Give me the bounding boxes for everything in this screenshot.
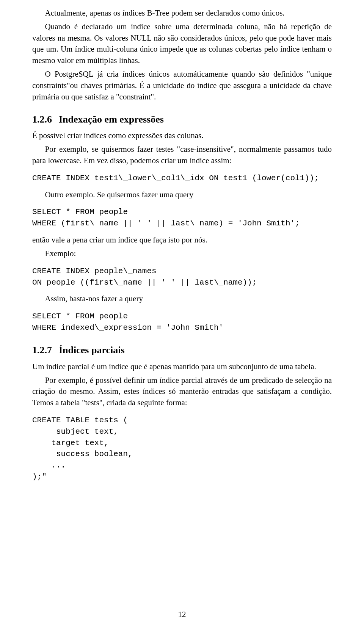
section-number: 1.2.6 <box>32 114 52 125</box>
section-heading-127: 1.2.7Índices parciais <box>32 343 332 357</box>
code-block: CREATE TABLE tests ( subject text, targe… <box>32 415 332 483</box>
paragraph: então vale a pena criar um índice que fa… <box>32 234 332 246</box>
code-block: SELECT * FROM people WHERE indexed\_expr… <box>32 311 332 334</box>
paragraph: Quando é declarado um índice sobre uma d… <box>32 21 332 66</box>
section-number: 1.2.7 <box>32 345 52 356</box>
code-block: CREATE INDEX test1\_lower\_col1\_idx ON … <box>32 173 332 184</box>
section-title: Índices parciais <box>59 345 125 356</box>
paragraph: Assim, basta-nos fazer a query <box>32 293 332 305</box>
code-block: CREATE INDEX people\_names ON people ((f… <box>32 266 332 288</box>
paragraph: O PostgreSQL já cria índices únicos auto… <box>32 69 332 102</box>
page-number: 12 <box>0 609 364 620</box>
paragraph: Outro exemplo. Se quisermos fazer uma qu… <box>32 189 332 201</box>
paragraph: Exemplo: <box>32 248 332 260</box>
paragraph: Por exemplo, se quisermos fazer testes "… <box>32 144 332 167</box>
paragraph: Um índice parcial é um índice que é apen… <box>32 361 332 373</box>
paragraph: Por exemplo, é possível definir um índic… <box>32 375 332 409</box>
section-heading-126: 1.2.6Indexação em expressões <box>32 113 332 127</box>
paragraph: É possível criar índices como expressões… <box>32 130 332 142</box>
section-title: Indexação em expressões <box>59 114 164 125</box>
paragraph: Actualmente, apenas os índices B-Tree po… <box>32 8 332 19</box>
document-page: Actualmente, apenas os índices B-Tree po… <box>0 0 364 631</box>
code-block: SELECT * FROM people WHERE (first\_name … <box>32 206 332 229</box>
